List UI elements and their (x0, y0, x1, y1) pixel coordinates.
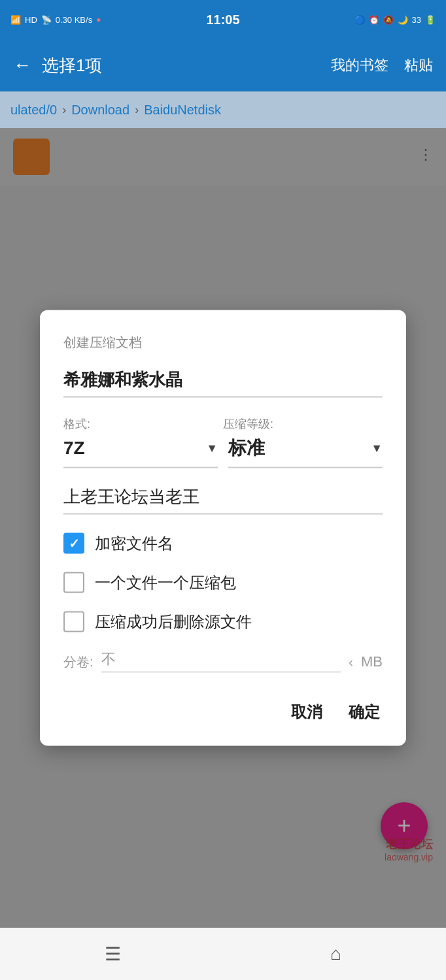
menu-icon: ☰ (105, 943, 121, 965)
compression-value: 标准 (228, 436, 371, 461)
status-bar: 📶 HD 📡 0.30 KB/s ● 11:05 🔵 ⏰ 🔕 🌙 33 🔋 (0, 0, 446, 39)
back-button[interactable]: ← (13, 55, 31, 76)
delete-source-label: 压缩成功后删除源文件 (95, 612, 252, 632)
compression-label: 压缩等级: (223, 416, 383, 432)
bottom-nav: ☰ ⌂ (0, 928, 446, 980)
alarm-icon: ⏰ (369, 15, 379, 25)
delete-source-checkbox[interactable] (63, 612, 84, 632)
cancel-button[interactable]: 取消 (288, 696, 325, 728)
onefile-label: 一个文件一个压缩包 (95, 572, 236, 593)
format-arrow-icon: ▼ (206, 441, 218, 455)
wifi-icon: 📡 (41, 15, 52, 25)
split-unit: MB (361, 653, 383, 670)
filename-input[interactable] (63, 370, 383, 398)
speed-text: 0.30 KB/s (56, 15, 92, 25)
encrypt-checkmark: ✓ (69, 536, 80, 551)
password-input[interactable] (63, 487, 383, 515)
breadcrumb-bar: ulated/0 › Download › BaiduNetdisk (0, 91, 446, 128)
status-time: 11:05 (206, 12, 239, 27)
dialog-selects-row: 7Z ▼ 标准 ▼ (63, 436, 383, 468)
carrier-icon: ● (96, 15, 101, 24)
encrypt-label: 加密文件名 (95, 533, 173, 554)
status-left: 📶 HD 📡 0.30 KB/s ● (10, 15, 101, 25)
create-archive-dialog: 创建压缩文档 格式: 压缩等级: 7Z ▼ 标准 ▼ ✓ 加密文件名 (40, 310, 406, 746)
nav-actions: 我的书签 粘贴 (331, 56, 433, 75)
split-input[interactable] (101, 651, 341, 673)
confirm-button[interactable]: 确定 (346, 696, 383, 728)
home-icon: ⌂ (330, 943, 341, 964)
format-value: 7Z (63, 438, 206, 459)
split-left-arrow-icon: ‹ (349, 654, 353, 669)
breadcrumb-sep2: › (135, 103, 139, 117)
breadcrumb-part2[interactable]: Download (71, 103, 129, 118)
mute-icon: 🔕 (383, 15, 394, 25)
onefile-checkbox[interactable] (63, 572, 84, 593)
battery-text: 33 (412, 15, 421, 25)
format-label: 格式: (63, 416, 223, 432)
breadcrumb-sep1: › (62, 103, 66, 117)
onefile-checkbox-row[interactable]: 一个文件一个压缩包 (63, 572, 383, 593)
dialog-buttons: 取消 确定 (63, 696, 383, 728)
bookmark-button[interactable]: 我的书签 (331, 56, 388, 75)
dialog-title: 创建压缩文档 (63, 334, 383, 351)
signal-icon: 📶 (10, 15, 21, 25)
battery-icon: 🔋 (425, 15, 436, 25)
compression-arrow-icon: ▼ (371, 441, 383, 455)
status-right: 🔵 ⏰ 🔕 🌙 33 🔋 (354, 15, 436, 25)
breadcrumb-part3[interactable]: BaiduNetdisk (144, 103, 221, 118)
main-area: ⋮ 创建压缩文档 格式: 压缩等级: 7Z ▼ 标准 ▼ (0, 128, 446, 928)
encrypt-checkbox[interactable]: ✓ (63, 533, 84, 554)
dialog-row-labels: 格式: 压缩等级: (63, 416, 383, 432)
nav-title: 选择1项 (42, 54, 320, 77)
delete-source-checkbox-row[interactable]: 压缩成功后删除源文件 (63, 612, 383, 632)
hd-badge: HD (25, 15, 37, 25)
compression-select[interactable]: 标准 ▼ (228, 436, 383, 468)
split-label: 分卷: (63, 653, 94, 670)
paste-button[interactable]: 粘贴 (404, 56, 433, 75)
breadcrumb-part1[interactable]: ulated/0 (10, 103, 57, 118)
menu-nav-button[interactable]: ☰ (89, 936, 137, 973)
nav-bar: ← 选择1项 我的书签 粘贴 (0, 39, 446, 91)
format-select[interactable]: 7Z ▼ (63, 436, 218, 468)
split-row: 分卷: ‹ MB (63, 651, 383, 673)
encrypt-checkbox-row[interactable]: ✓ 加密文件名 (63, 533, 383, 554)
bluetooth-icon: 🔵 (354, 15, 365, 25)
home-nav-button[interactable]: ⌂ (315, 936, 357, 972)
moon-icon: 🌙 (398, 15, 408, 25)
